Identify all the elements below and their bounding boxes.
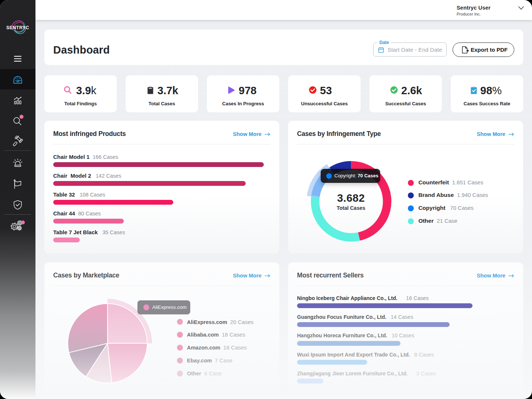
svg-text:SENTRYC: SENTRYC (6, 25, 29, 30)
